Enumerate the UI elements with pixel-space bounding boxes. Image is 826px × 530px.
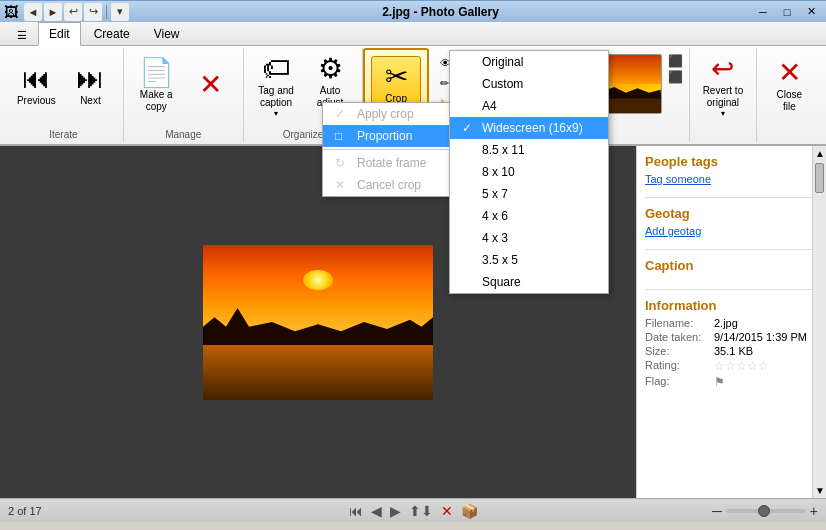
zoom-out-icon[interactable]: ─ bbox=[712, 503, 722, 519]
sun-layer bbox=[303, 270, 333, 290]
auto-adjust-icon: ⚙ bbox=[318, 55, 343, 83]
nav-first-button[interactable]: ⏮ bbox=[347, 503, 365, 519]
water-layer bbox=[203, 338, 433, 400]
cancel-crop-icon: ✕ bbox=[335, 178, 351, 192]
tab-create[interactable]: Create bbox=[83, 22, 141, 45]
tag-dropdown-arrow: ▾ bbox=[274, 109, 278, 118]
scroll-up-arrow[interactable]: ▲ bbox=[813, 146, 826, 161]
size-row: Size: 35.1 KB bbox=[645, 345, 818, 357]
close-file-button[interactable]: ✕ Closefile bbox=[764, 54, 814, 118]
tag-caption-button[interactable]: 🏷 Tag andcaption ▾ bbox=[251, 54, 301, 118]
information-title: Information bbox=[645, 298, 818, 313]
check-widescreen: ✓ bbox=[462, 121, 476, 135]
tab-edit[interactable]: Edit bbox=[38, 22, 81, 46]
add-geotag-link[interactable]: Add geotag bbox=[645, 225, 818, 237]
section-separator-3 bbox=[645, 289, 818, 290]
proportion-square[interactable]: Square bbox=[450, 271, 608, 293]
quick-access-toolbar: 🖼 ◄ ► ↩ ↪ ▾ bbox=[4, 3, 129, 21]
app-icon: 🖼 bbox=[4, 4, 18, 20]
rating-label: Rating: bbox=[645, 359, 710, 373]
proportion-46[interactable]: 4 x 6 bbox=[450, 205, 608, 227]
thumb-expand-icon: ⬛ bbox=[668, 54, 683, 68]
size-value: 35.1 KB bbox=[714, 345, 753, 357]
window-controls: ─ □ ✕ bbox=[752, 4, 822, 20]
tab-file[interactable]: ☰ bbox=[8, 25, 36, 45]
crop-icon: ✂ bbox=[385, 63, 408, 91]
date-value: 9/14/2015 1:39 PM bbox=[714, 331, 807, 343]
delete-button[interactable]: ✕ bbox=[185, 54, 235, 118]
window-title: 2.jpg - Photo Gallery bbox=[129, 5, 752, 19]
close-group: ✕ Closefile bbox=[757, 48, 822, 142]
revert-group: ↩ Revert tooriginal ▾ bbox=[690, 48, 756, 142]
rotate-icon: ↻ bbox=[335, 156, 351, 170]
filename-row: Filename: 2.jpg bbox=[645, 317, 818, 329]
close-buttons: ✕ Closefile bbox=[762, 50, 816, 138]
nav-download-button[interactable]: 📦 bbox=[459, 503, 480, 519]
nav-next-button[interactable]: ⬆⬇ bbox=[407, 503, 435, 519]
zoom-in-icon[interactable]: + bbox=[810, 503, 818, 519]
section-separator-2 bbox=[645, 249, 818, 250]
rating-row: Rating: ☆☆☆☆☆ bbox=[645, 359, 818, 373]
scroll-thumb[interactable] bbox=[815, 163, 824, 193]
proportion-original[interactable]: Original bbox=[450, 51, 608, 73]
status-position: 2 of 17 bbox=[8, 505, 347, 517]
make-copy-button[interactable]: 📄 Make acopy bbox=[131, 54, 181, 118]
maximize-button[interactable]: □ bbox=[776, 4, 798, 20]
zoom-slider[interactable] bbox=[726, 509, 806, 513]
geotag-title: Geotag bbox=[645, 206, 818, 221]
right-panel-scrollbar[interactable]: ▲ ▼ bbox=[812, 146, 826, 498]
revert-button[interactable]: ↩ Revert tooriginal ▾ bbox=[698, 54, 748, 118]
iterate-buttons: ⏮ Previous ⏭ Next bbox=[9, 50, 117, 127]
flag-value[interactable]: ⚑ bbox=[714, 375, 725, 389]
status-bar: 2 of 17 ⏮ ◀ ▶ ⬆⬇ ✕ 📦 ─ + bbox=[0, 498, 826, 522]
proportion-8511[interactable]: 8.5 x 11 bbox=[450, 139, 608, 161]
iterate-group: ⏮ Previous ⏭ Next Iterate bbox=[4, 48, 124, 142]
next-button[interactable]: ⏭ Next bbox=[65, 54, 115, 118]
proportion-3505[interactable]: 3.5 x 5 bbox=[450, 249, 608, 271]
redo-button[interactable]: ↪ bbox=[84, 3, 102, 21]
nav-slideshow-button[interactable]: ▶ bbox=[388, 503, 403, 519]
revert-buttons: ↩ Revert tooriginal ▾ bbox=[696, 50, 750, 138]
tag-icon: 🏷 bbox=[262, 55, 290, 83]
photo-display bbox=[203, 245, 433, 400]
back-button[interactable]: ◄ bbox=[24, 3, 42, 21]
nav-prev-button[interactable]: ◀ bbox=[369, 503, 384, 519]
proportion-widescreen[interactable]: ✓ Widescreen (16x9) bbox=[450, 117, 608, 139]
filename-label: Filename: bbox=[645, 317, 710, 329]
main-content: ✕ People tags Tag someone Geotag Add geo… bbox=[0, 146, 826, 498]
people-tags-title: People tags bbox=[645, 154, 818, 169]
forward-button[interactable]: ► bbox=[44, 3, 62, 21]
caption-title: Caption bbox=[645, 258, 693, 273]
proportion-a4[interactable]: A4 bbox=[450, 95, 608, 117]
tag-someone-link[interactable]: Tag someone bbox=[645, 173, 818, 185]
tab-view[interactable]: View bbox=[143, 22, 191, 45]
undo-button[interactable]: ↩ bbox=[64, 3, 82, 21]
close-file-icon: ✕ bbox=[778, 59, 801, 87]
revert-dropdown-arrow: ▾ bbox=[721, 109, 725, 118]
proportion-57[interactable]: 5 x 7 bbox=[450, 183, 608, 205]
ribbon-tabs: ☰ Edit Create View ? bbox=[0, 22, 826, 46]
close-button[interactable]: ✕ bbox=[800, 4, 822, 20]
previous-button[interactable]: ⏮ Previous bbox=[11, 54, 61, 118]
proportion-submenu: Original Custom A4 ✓ Widescreen (16x9) 8… bbox=[449, 50, 609, 294]
status-nav-controls: ⏮ ◀ ▶ ⬆⬇ ✕ 📦 bbox=[347, 503, 480, 519]
zoom-thumb[interactable] bbox=[758, 505, 770, 517]
flag-row: Flag: ⚑ bbox=[645, 375, 818, 389]
revert-icon: ↩ bbox=[711, 55, 734, 83]
zoom-controls: ─ + bbox=[480, 503, 819, 519]
scroll-down-arrow[interactable]: ▼ bbox=[813, 483, 826, 498]
rating-value[interactable]: ☆☆☆☆☆ bbox=[714, 359, 769, 373]
flag-label: Flag: bbox=[645, 375, 710, 389]
previous-icon: ⏮ bbox=[22, 65, 50, 93]
information-section: Information Filename: 2.jpg Date taken: … bbox=[645, 298, 818, 389]
proportion-custom[interactable]: Custom bbox=[450, 73, 608, 95]
minimize-button[interactable]: ─ bbox=[752, 4, 774, 20]
proportion-43[interactable]: 4 x 3 bbox=[450, 227, 608, 249]
iterate-label: Iterate bbox=[49, 127, 77, 140]
proportion-icon: □ bbox=[335, 129, 351, 143]
proportion-810[interactable]: 8 x 10 bbox=[450, 161, 608, 183]
nav-delete-button[interactable]: ✕ bbox=[439, 503, 455, 519]
title-bar: 🖼 ◄ ► ↩ ↪ ▾ 2.jpg - Photo Gallery ─ □ ✕ bbox=[0, 0, 826, 22]
dropdown-arrow-button[interactable]: ▾ bbox=[111, 3, 129, 21]
filename-value: 2.jpg bbox=[714, 317, 738, 329]
